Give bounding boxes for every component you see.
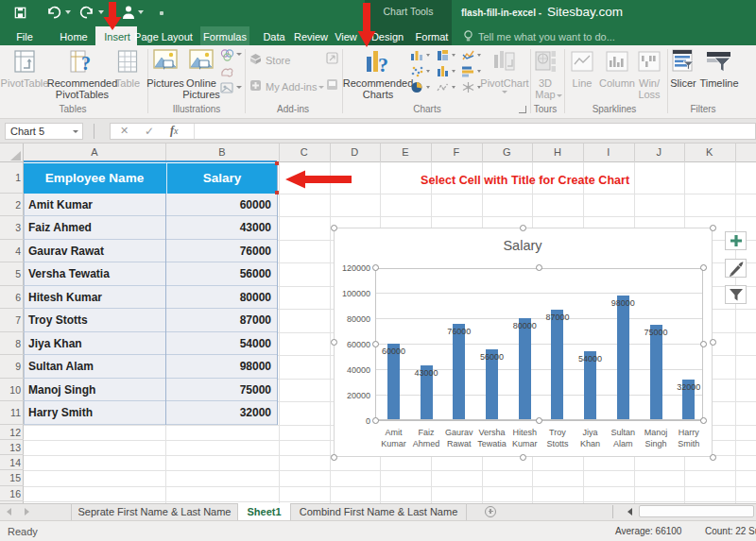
svg-text:?: ? (378, 53, 388, 76)
svg-text:?: ? (81, 53, 91, 74)
